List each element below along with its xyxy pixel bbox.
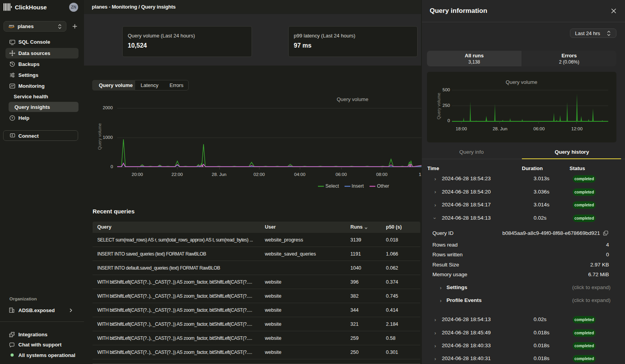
svg-text:?: ? [11, 116, 13, 120]
svg-text:aws: aws [9, 24, 14, 27]
